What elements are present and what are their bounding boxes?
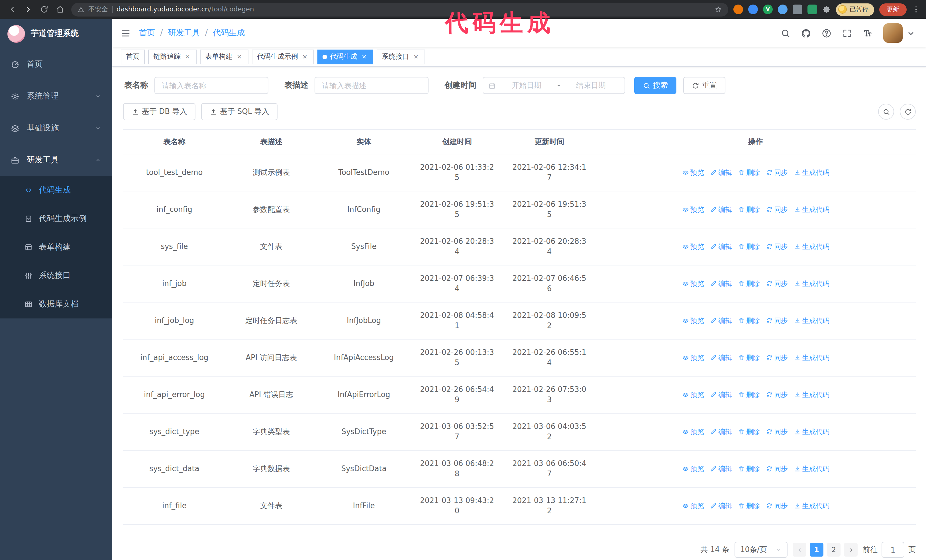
close-icon[interactable]: × — [301, 53, 309, 61]
column-header[interactable]: 表名称 — [123, 130, 225, 154]
action-sync[interactable]: 同步 — [766, 353, 788, 363]
breadcrumb-item[interactable]: 代码生成 — [213, 27, 245, 38]
reload-icon[interactable] — [38, 3, 50, 16]
action-generate[interactable]: 生成代码 — [793, 353, 829, 363]
action-edit[interactable]: 编辑 — [710, 242, 732, 252]
action-delete[interactable]: 删除 — [738, 389, 760, 400]
action-preview[interactable]: 预览 — [682, 427, 704, 437]
reset-button[interactable]: 重置 — [683, 77, 725, 94]
action-sync[interactable]: 同步 — [766, 279, 788, 289]
sidebar-subitem-form-builder[interactable]: 表单构建 — [0, 233, 112, 261]
profile-paused-badge[interactable]: 已暂停 — [836, 3, 874, 16]
action-delete[interactable]: 删除 — [738, 501, 760, 511]
action-sync[interactable]: 同步 — [766, 315, 788, 326]
action-generate[interactable]: 生成代码 — [793, 464, 829, 474]
hamburger-icon[interactable] — [112, 28, 139, 38]
breadcrumb-item[interactable]: 研发工具 — [168, 27, 200, 38]
close-icon[interactable]: × — [412, 53, 420, 61]
user-menu[interactable] — [883, 23, 916, 43]
action-delete[interactable]: 删除 — [738, 427, 760, 437]
github-icon[interactable] — [801, 28, 811, 38]
import-db-button[interactable]: 基于 DB 导入 — [123, 103, 195, 120]
sidebar-item-home[interactable]: 首页 — [0, 48, 112, 80]
tab-system-api[interactable]: 系统接口× — [377, 49, 425, 64]
action-delete[interactable]: 删除 — [738, 279, 760, 289]
action-preview[interactable]: 预览 — [682, 464, 704, 474]
sidebar-subitem-system-api[interactable]: 系统接口 — [0, 261, 112, 290]
tab-codegen-example[interactable]: 代码生成示例× — [252, 49, 314, 64]
action-edit[interactable]: 编辑 — [710, 205, 732, 215]
action-preview[interactable]: 预览 — [682, 501, 704, 511]
close-icon[interactable]: × — [360, 53, 368, 61]
forward-icon[interactable] — [22, 3, 34, 16]
extension-icon-green-v[interactable]: V — [763, 5, 773, 14]
action-sync[interactable]: 同步 — [766, 389, 788, 400]
action-edit[interactable]: 编辑 — [710, 427, 732, 437]
sidebar-subitem-db-doc[interactable]: 数据库文档 — [0, 290, 112, 318]
page-button-1[interactable]: 1 — [810, 543, 823, 557]
action-preview[interactable]: 预览 — [682, 353, 704, 363]
action-sync[interactable]: 同步 — [766, 464, 788, 474]
column-header[interactable]: 操作 — [596, 130, 916, 154]
action-preview[interactable]: 预览 — [682, 242, 704, 252]
sidebar-item-infrastructure[interactable]: 基础设施 — [0, 112, 112, 144]
tab-home[interactable]: 首页 — [121, 49, 145, 64]
action-delete[interactable]: 删除 — [738, 464, 760, 474]
action-preview[interactable]: 预览 — [682, 168, 704, 178]
back-icon[interactable] — [6, 3, 18, 16]
action-generate[interactable]: 生成代码 — [793, 427, 829, 437]
extension-icon-people[interactable] — [778, 5, 788, 14]
column-header[interactable]: 创建时间 — [411, 130, 503, 154]
date-range-picker[interactable]: 开始日期 - 结束日期 — [483, 77, 625, 94]
action-generate[interactable]: 生成代码 — [793, 501, 829, 511]
bookmark-star-icon[interactable] — [714, 6, 722, 13]
sidebar-item-dev-tools[interactable]: 研发工具 — [0, 144, 112, 176]
extension-icon-card[interactable] — [793, 5, 802, 14]
action-sync[interactable]: 同步 — [766, 242, 788, 252]
action-edit[interactable]: 编辑 — [710, 315, 732, 326]
column-header[interactable]: 表描述 — [225, 130, 317, 154]
action-edit[interactable]: 编辑 — [710, 464, 732, 474]
action-preview[interactable]: 预览 — [682, 279, 704, 289]
update-button[interactable]: 更新 — [879, 3, 906, 16]
action-edit[interactable]: 编辑 — [710, 279, 732, 289]
logo[interactable]: 芋道管理系统 — [0, 19, 112, 48]
extension-icon-blue[interactable] — [748, 5, 758, 14]
next-page-button[interactable] — [844, 543, 858, 557]
action-sync[interactable]: 同步 — [766, 427, 788, 437]
action-edit[interactable]: 编辑 — [710, 168, 732, 178]
table-name-input[interactable] — [154, 77, 268, 94]
action-generate[interactable]: 生成代码 — [793, 315, 829, 326]
sidebar-subitem-codegen[interactable]: 代码生成 — [0, 176, 112, 205]
page-size-select[interactable]: 10条/页 — [735, 542, 788, 558]
sidebar-subitem-codegen-example[interactable]: 代码生成示例 — [0, 205, 112, 233]
fullscreen-icon[interactable] — [842, 28, 852, 38]
breadcrumb-item[interactable]: 首页 — [139, 27, 155, 38]
tab-form-builder[interactable]: 表单构建× — [200, 49, 248, 64]
action-delete[interactable]: 删除 — [738, 205, 760, 215]
action-generate[interactable]: 生成代码 — [793, 389, 829, 400]
close-icon[interactable]: × — [183, 53, 191, 61]
column-header[interactable]: 更新时间 — [503, 130, 596, 154]
extension-icon-orange[interactable] — [733, 5, 743, 14]
sidebar-item-system-mgmt[interactable]: 系统管理 — [0, 80, 112, 112]
action-sync[interactable]: 同步 — [766, 205, 788, 215]
extension-icon-puzzle[interactable] — [822, 5, 831, 14]
action-sync[interactable]: 同步 — [766, 501, 788, 511]
action-delete[interactable]: 删除 — [738, 353, 760, 363]
action-generate[interactable]: 生成代码 — [793, 279, 829, 289]
action-preview[interactable]: 预览 — [682, 205, 704, 215]
help-icon[interactable] — [822, 28, 831, 38]
action-preview[interactable]: 预览 — [682, 389, 704, 400]
search-icon[interactable] — [781, 28, 790, 38]
address-bar[interactable]: 不安全 dashboard.yudao.iocoder.cn/tool/code… — [71, 3, 728, 16]
action-edit[interactable]: 编辑 — [710, 353, 732, 363]
extension-icon-leaf[interactable] — [808, 5, 817, 14]
action-edit[interactable]: 编辑 — [710, 501, 732, 511]
action-delete[interactable]: 删除 — [738, 315, 760, 326]
action-sync[interactable]: 同步 — [766, 168, 788, 178]
browser-menu-icon[interactable] — [912, 5, 920, 14]
search-button[interactable]: 搜索 — [634, 77, 676, 94]
action-delete[interactable]: 删除 — [738, 242, 760, 252]
close-icon[interactable]: × — [235, 53, 243, 61]
